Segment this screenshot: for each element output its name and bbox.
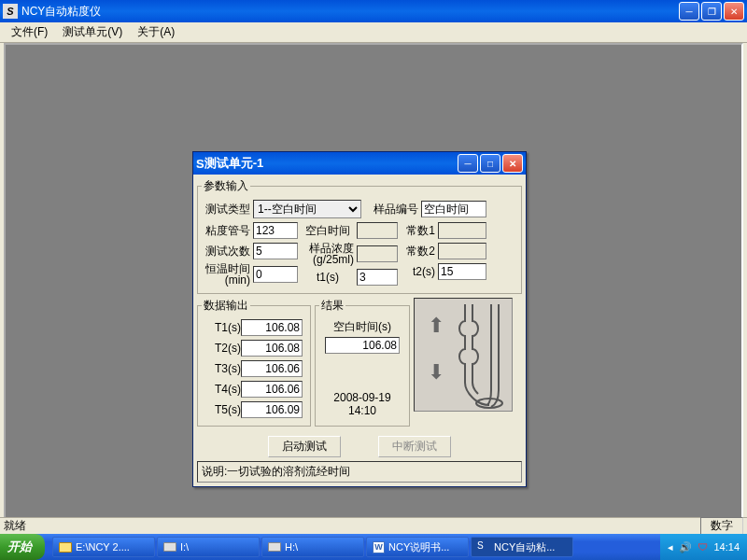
result-time: 14:10 xyxy=(319,404,405,417)
t1-row-input[interactable] xyxy=(241,319,303,336)
test-unit-dialog: S 测试单元-1 ─ □ ✕ 参数输入 测试类型 1--空白时间 样品编号 xyxy=(192,151,527,487)
dialog-minimize-button[interactable]: ─ xyxy=(458,154,478,173)
t4-row-input[interactable] xyxy=(241,381,303,398)
test-type-select[interactable]: 1--空白时间 xyxy=(253,200,361,218)
temp-time-input[interactable] xyxy=(253,266,298,283)
start-label: 开始 xyxy=(7,539,32,555)
menubar: 文件(F) 测试单元(V) 关于(A) xyxy=(0,22,747,43)
menu-about[interactable]: 关于(A) xyxy=(130,22,182,42)
density-value xyxy=(357,245,398,262)
main-restore-button[interactable]: ❐ xyxy=(701,2,722,21)
t2s-input[interactable] xyxy=(438,263,486,280)
t1s-label: t1(s) xyxy=(302,271,354,284)
taskbar-item-label: NCY自动粘... xyxy=(494,540,555,554)
app-icon: S xyxy=(477,540,490,553)
client-area: S 测试单元-1 ─ □ ✕ 参数输入 测试类型 1--空白时间 样品编号 xyxy=(4,43,743,521)
main-close-button[interactable]: ✕ xyxy=(724,2,744,21)
main-titlebar: S NCY自动粘度仪 ─ ❐ ✕ xyxy=(0,0,747,22)
status-left: 就绪 xyxy=(4,518,26,534)
start-button[interactable]: 开始 xyxy=(0,534,45,560)
stop-test-button[interactable]: 中断测试 xyxy=(378,436,451,457)
test-type-label: 测试类型 xyxy=(202,202,250,217)
const1-label: 常数1 xyxy=(402,223,435,239)
blank-time-label: 空白时间 xyxy=(302,223,354,239)
temp-time-label-2: (min) xyxy=(202,274,250,286)
t3-row-label: T3(s) xyxy=(202,362,241,375)
arrow-down-icon: ⬇ xyxy=(428,360,444,385)
t5-row-input[interactable] xyxy=(241,401,303,418)
taskbar-item-label: NCY说明书... xyxy=(388,540,449,554)
status-right: 数字 xyxy=(700,517,743,535)
taskbar-item-label: H:\ xyxy=(285,541,298,553)
tray-network-icon[interactable]: ◂ xyxy=(668,541,673,553)
taskbar-item[interactable]: I:\ xyxy=(157,537,260,557)
drive-icon xyxy=(268,542,281,552)
taskbar-item-label: I:\ xyxy=(180,541,189,553)
test-count-input[interactable] xyxy=(253,243,298,259)
const2-label: 常数2 xyxy=(402,244,435,259)
explain-text: 说明:一切试验的溶剂流经时间 xyxy=(197,461,522,483)
sample-no-input[interactable] xyxy=(421,201,486,217)
start-test-button[interactable]: 启动测试 xyxy=(268,436,341,457)
result-group: 结果 空白时间(s) 2008-09-19 14:10 xyxy=(315,298,410,427)
t5-row-label: T5(s) xyxy=(202,403,241,416)
t1-row-label: T1(s) xyxy=(202,321,241,334)
viscometer-diagram: ⬆ ⬇ xyxy=(414,298,513,412)
t2-row-label: T2(s) xyxy=(202,342,241,355)
dialog-maximize-button[interactable]: □ xyxy=(480,154,500,173)
t2-row-input[interactable] xyxy=(241,340,303,357)
arrow-up-icon: ⬆ xyxy=(428,314,444,338)
data-output-legend: 数据输出 xyxy=(202,298,250,314)
t3-row-input[interactable] xyxy=(241,360,303,377)
result-date: 2008-09-19 xyxy=(319,391,405,404)
viscometer-tube-icon xyxy=(454,302,506,409)
drive-icon xyxy=(163,542,176,552)
app-icon: S xyxy=(3,4,18,19)
system-tray[interactable]: ◂ 🔊 🛡 14:14 xyxy=(660,534,747,560)
taskbar: 开始 E:\NCY 2....I:\H:\WNCY说明书...SNCY自动粘..… xyxy=(0,534,747,560)
menu-test-unit[interactable]: 测试单元(V) xyxy=(55,22,130,42)
const2-value xyxy=(438,243,486,259)
taskbar-item[interactable]: E:\NCY 2.... xyxy=(52,537,155,557)
t2s-label: t2(s) xyxy=(402,265,435,278)
main-minimize-button[interactable]: ─ xyxy=(679,2,699,21)
taskbar-item-label: E:\NCY 2.... xyxy=(76,541,130,553)
t4-row-label: T4(s) xyxy=(202,383,241,396)
dialog-title: 测试单元-1 xyxy=(204,155,458,172)
blank-time-value xyxy=(357,222,398,239)
result-value xyxy=(325,337,400,354)
tray-clock[interactable]: 14:14 xyxy=(713,541,740,553)
dialog-titlebar[interactable]: S 测试单元-1 ─ □ ✕ xyxy=(193,152,526,175)
t1s-input[interactable] xyxy=(357,269,398,286)
tube-no-input[interactable] xyxy=(253,222,298,239)
test-count-label: 测试次数 xyxy=(202,244,250,259)
data-output-group: 数据输出 T1(s) T2(s) T3(s) T4(s) T5(s) xyxy=(197,298,311,427)
tube-no-label: 粘度管号 xyxy=(202,223,250,239)
folder-icon xyxy=(59,542,72,553)
result-label: 空白时间(s) xyxy=(319,319,405,335)
params-legend: 参数输入 xyxy=(202,178,250,194)
statusbar: 就绪 数字 xyxy=(0,517,747,534)
word-icon: W xyxy=(373,541,385,553)
const1-value xyxy=(438,222,486,239)
density-label-2: (g/25ml) xyxy=(302,254,354,265)
menu-file[interactable]: 文件(F) xyxy=(4,22,55,42)
dialog-icon: S xyxy=(196,157,204,171)
tray-shield-icon[interactable]: 🛡 xyxy=(698,541,708,553)
params-group: 参数输入 测试类型 1--空白时间 样品编号 粘度管号 xyxy=(197,178,522,294)
tray-volume-icon[interactable]: 🔊 xyxy=(679,541,692,553)
taskbar-item[interactable]: WNCY说明书... xyxy=(366,537,469,557)
dialog-close-button[interactable]: ✕ xyxy=(502,154,523,173)
taskbar-item[interactable]: H:\ xyxy=(261,537,364,557)
result-legend: 结果 xyxy=(319,298,345,314)
main-title: NCY自动粘度仪 xyxy=(21,4,679,20)
taskbar-item[interactable]: SNCY自动粘... xyxy=(471,537,573,557)
sample-no-label: 样品编号 xyxy=(364,202,418,217)
